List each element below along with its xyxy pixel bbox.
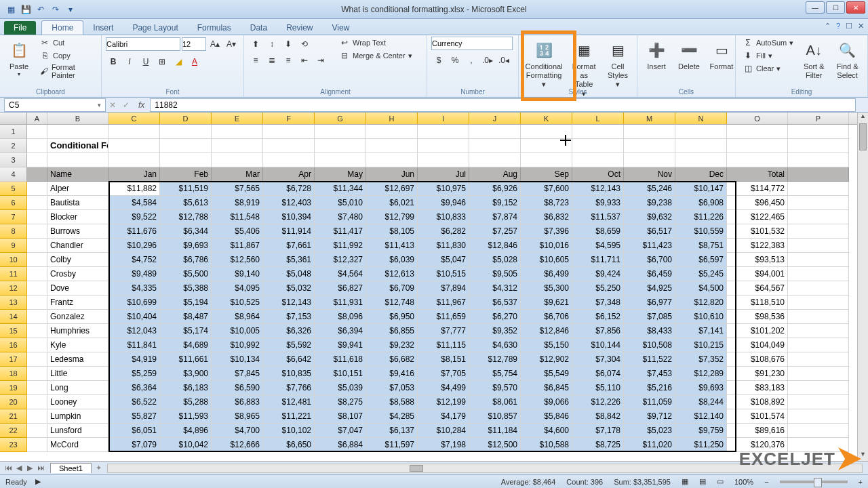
cell[interactable]: $9,522	[108, 210, 160, 224]
cell[interactable]	[788, 338, 849, 352]
new-sheet-icon[interactable]: ✦	[96, 464, 102, 472]
cell[interactable]	[788, 182, 849, 196]
cell[interactable]: $10,215	[675, 338, 727, 352]
cell[interactable]: $5,028	[469, 253, 521, 267]
row-header[interactable]: 15	[0, 324, 27, 338]
cell[interactable]	[418, 153, 469, 167]
cell[interactable]: $10,147	[675, 182, 727, 196]
cell[interactable]: $7,079	[108, 438, 160, 452]
cell[interactable]	[212, 139, 263, 153]
cell[interactable]	[788, 395, 849, 409]
view-layout-icon[interactable]: ▤	[699, 477, 706, 486]
cell[interactable]: $9,424	[572, 267, 624, 281]
cell[interactable]	[366, 153, 418, 167]
cell[interactable]: $12,697	[366, 182, 418, 196]
cell[interactable]	[469, 125, 521, 139]
row-header[interactable]: 16	[0, 338, 27, 352]
cell[interactable]	[788, 167, 849, 182]
cell[interactable]: $6,499	[521, 267, 572, 281]
cell[interactable]: $4,630	[469, 338, 521, 352]
cell[interactable]: $9,941	[315, 338, 366, 352]
cell[interactable]: $9,238	[624, 196, 675, 210]
row-header[interactable]: 1	[0, 125, 27, 139]
cell[interactable]: $6,650	[263, 438, 315, 452]
cell[interactable]: $6,270	[469, 310, 521, 324]
cell[interactable]: $9,352	[469, 324, 521, 338]
cell[interactable]: $10,404	[108, 310, 160, 324]
cell[interactable]: $11,618	[315, 352, 366, 367]
number-format-combo[interactable]	[431, 37, 513, 50]
cell[interactable]: $7,480	[315, 210, 366, 224]
maximize-button[interactable]: ☐	[826, 1, 845, 14]
row-header[interactable]: 14	[0, 310, 27, 324]
font-name-combo[interactable]	[106, 37, 180, 51]
cell[interactable]: Gonzalez	[47, 310, 108, 324]
cell[interactable]: $7,874	[469, 210, 521, 224]
help-icon[interactable]: ?	[836, 22, 840, 30]
cell[interactable]	[27, 281, 47, 296]
tab-view[interactable]: View	[323, 21, 359, 35]
cell[interactable]: $10,835	[263, 367, 315, 381]
cell[interactable]	[27, 352, 47, 367]
cell[interactable]: $11,914	[263, 224, 315, 239]
cell[interactable]: May	[315, 167, 366, 182]
cell[interactable]: $93,513	[727, 253, 788, 267]
cell[interactable]: $6,282	[418, 224, 469, 239]
cell[interactable]: $6,709	[366, 281, 418, 296]
zoom-level[interactable]: 100%	[734, 478, 753, 486]
cell[interactable]: Name	[47, 167, 108, 182]
cell[interactable]	[27, 438, 47, 452]
qat-dropdown-icon[interactable]: ▾	[64, 3, 77, 16]
cell[interactable]: Chandler	[47, 239, 108, 253]
col-header-I[interactable]: I	[418, 113, 469, 124]
tab-home[interactable]: Home	[41, 20, 83, 35]
cell[interactable]: $10,102	[263, 424, 315, 438]
cell[interactable]: $10,515	[418, 267, 469, 281]
cell[interactable]	[788, 367, 849, 381]
cell[interactable]: $122,465	[727, 210, 788, 224]
enter-formula-icon[interactable]: ✓	[119, 98, 133, 113]
cell[interactable]: $8,723	[521, 196, 572, 210]
cell[interactable]: $12,500	[469, 438, 521, 452]
cell[interactable]: $6,706	[521, 310, 572, 324]
fill-color-button[interactable]: ◢	[171, 54, 186, 69]
cell[interactable]: $11,841	[108, 338, 160, 352]
cell[interactable]: $12,789	[469, 352, 521, 367]
cell[interactable]: Burrows	[47, 224, 108, 239]
cell[interactable]: $11,413	[366, 239, 418, 253]
row-header[interactable]: 20	[0, 395, 27, 409]
cell[interactable]: $12,748	[366, 296, 418, 310]
cell[interactable]: $12,226	[572, 395, 624, 409]
cell[interactable]: $11,020	[624, 438, 675, 452]
cell[interactable]: $7,661	[263, 239, 315, 253]
cell[interactable]: $5,388	[160, 281, 212, 296]
col-header-O[interactable]: O	[727, 113, 788, 124]
cut-button[interactable]: ✂Cut	[37, 37, 97, 49]
cell[interactable]: Frantz	[47, 296, 108, 310]
cell[interactable]: $5,150	[521, 338, 572, 352]
cell[interactable]: $9,712	[624, 409, 675, 424]
cell[interactable]: $104,049	[727, 338, 788, 352]
font-size-combo[interactable]	[182, 37, 206, 51]
col-header-B[interactable]: B	[47, 113, 108, 124]
cell[interactable]: $4,500	[675, 281, 727, 296]
cell[interactable]: $96,450	[727, 196, 788, 210]
zoom-in-icon[interactable]: +	[859, 478, 863, 486]
cell[interactable]	[624, 125, 675, 139]
cell[interactable]: $8,919	[212, 196, 263, 210]
cell[interactable]: $12,820	[675, 296, 727, 310]
cell[interactable]: $7,178	[572, 424, 624, 438]
cell[interactable]: $5,039	[315, 381, 366, 395]
cell[interactable]: $4,095	[212, 281, 263, 296]
cell[interactable]	[788, 267, 849, 281]
cell[interactable]: $6,827	[315, 281, 366, 296]
align-right-icon[interactable]: ≡	[281, 53, 296, 68]
cell[interactable]: $10,699	[108, 296, 160, 310]
cell[interactable]: $12,846	[521, 324, 572, 338]
macro-icon[interactable]: ▶	[35, 477, 41, 486]
cell[interactable]	[788, 310, 849, 324]
cell[interactable]: $11,059	[624, 395, 675, 409]
cell[interactable]	[572, 125, 624, 139]
row-header[interactable]: 12	[0, 281, 27, 296]
cell[interactable]: $10,134	[212, 352, 263, 367]
